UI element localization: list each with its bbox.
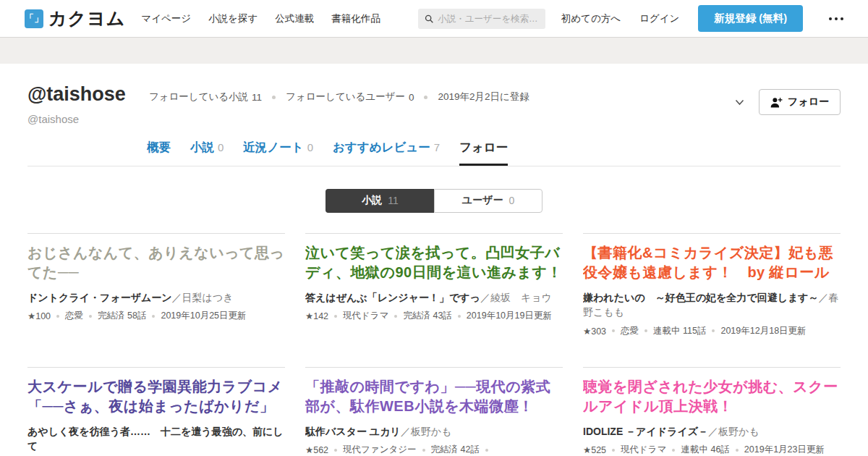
meta-item: 2019年10月25日更新 <box>146 310 246 322</box>
novel-subtitle-link[interactable]: 駄作バスター ユカリ <box>305 426 401 437</box>
follow-button[interactable]: フォロー <box>759 89 841 115</box>
tab-news-notes[interactable]: 近況ノート0 <box>243 140 313 166</box>
profile-header: @taishose @taishose フォローしている小説 11 フォローして… <box>27 64 841 125</box>
meta-item: 現代ドラマ <box>606 444 666 456</box>
novel-author-link[interactable]: ／綾坂 キョウ <box>480 292 552 303</box>
nav-published-works[interactable]: 書籍化作品 <box>331 12 380 25</box>
meta-item: 連載中 115話 <box>639 325 706 337</box>
novel-card: 聴覚を閉ざされた少女が挑む、スクールアイドル頂上決戦！ IDOLIZE －アイド… <box>583 367 841 456</box>
novel-meta: ★100恋愛完結済 58話2019年10月25日更新 <box>27 310 285 322</box>
meta-item: 2019年10月19日更新 <box>452 310 552 322</box>
main-nav: マイページ 小説を探す 公式連載 書籍化作品 <box>141 12 380 25</box>
segment-novels[interactable]: 小説 11 <box>326 189 434 213</box>
kakuyomu-logo-text: カクヨム <box>48 7 125 30</box>
followed-novels-grid: おじさんなんて、ありえないって思ってた── ドントクライ・フォーザムーン／日梨は… <box>27 233 841 456</box>
segmented-control: 小説 11 ユーザー 0 <box>27 189 841 213</box>
stat-following-users[interactable]: フォローしているユーザー 0 <box>262 90 414 104</box>
novel-card: 【書籍化&コミカライズ決定】妃も悪役令嬢も遠慮します！ by 縦ロール 嫌われた… <box>583 233 841 367</box>
follow-button-label: フォロー <box>788 96 829 109</box>
meta-item: 完結済 58話 <box>83 310 146 322</box>
meta-item: ★562 <box>305 444 328 455</box>
nav-find-novels[interactable]: 小説を探す <box>208 12 258 25</box>
novel-subtitle-link[interactable]: あやしく夜を彷徨う者…… 十二を遣う最強の、前にして <box>27 426 284 452</box>
novel-title-link[interactable]: 【書籍化&コミカライズ決定】妃も悪役令嬢も遠慮します！ by 縦ロール <box>583 243 841 282</box>
stat-following-novels[interactable]: フォローしている小説 11 <box>149 90 262 104</box>
profile-display-name: @taishose <box>27 84 126 106</box>
meta-item: 連載中 46話 <box>666 444 729 456</box>
person-add-icon <box>770 97 783 108</box>
novel-title-link[interactable]: 大スケールで贈る学園異能力ラブコメ 「──さぁ、夜は始まったばかりだ」 <box>27 377 285 416</box>
novel-card: おじさんなんて、ありえないって思ってた── ドントクライ・フォーザムーン／日梨は… <box>27 233 285 367</box>
search-box <box>418 9 545 29</box>
novel-meta: ★562現代ファンタジー完結済 42話 <box>305 444 563 456</box>
tab-overview[interactable]: 概要 <box>147 140 171 166</box>
novel-author-link[interactable]: ／日梨はつき <box>172 292 234 303</box>
profile-menu-chevron[interactable] <box>732 94 747 111</box>
first-time-link[interactable]: 初めての方へ <box>561 12 621 25</box>
novel-meta: ★142現代ドラマ完結済 43話2019年10月19日更新 <box>305 310 563 322</box>
kakuyomu-logo-icon: 「」 <box>25 9 43 28</box>
search-icon <box>425 14 433 24</box>
signup-button[interactable]: 新規登録 (無料) <box>698 5 803 32</box>
novel-subtitle-link[interactable]: ドントクライ・フォーザムーン <box>27 292 172 303</box>
tab-recommended-reviews[interactable]: おすすめレビュー7 <box>333 140 440 166</box>
novel-subtitle-link[interactable]: 答えはぜんぶ「レンジャー！」ですっ <box>305 292 480 303</box>
profile-tabs: 概要 小説0 近況ノート0 おすすめレビュー7 フォロー <box>27 140 841 166</box>
guest-nav: 初めての方へ ログイン 新規登録 (無料) <box>561 5 846 32</box>
profile-stats: フォローしている小説 11 フォローしているユーザー 0 2019年2月2日に登… <box>149 84 529 104</box>
meta-item: 現代ドラマ <box>328 310 388 322</box>
segment-users[interactable]: ユーザー 0 <box>434 189 542 213</box>
novel-meta: ★525現代ドラマ連載中 46話2019年1月23日更新 <box>583 444 841 456</box>
meta-item: 完結済 42話 <box>417 444 480 456</box>
meta-item <box>480 449 494 452</box>
novel-title-link[interactable]: おじさんなんて、ありえないって思ってた── <box>27 243 285 282</box>
kakuyomu-logo[interactable]: 「」 カクヨム <box>25 7 125 30</box>
profile-handle: @taishose <box>27 113 126 125</box>
stat-registered-date: 2019年2月2日に登録 <box>414 90 529 104</box>
meta-item: ★303 <box>583 326 606 337</box>
meta-item: 現代ファンタジー <box>328 444 416 456</box>
novel-meta: ★303恋愛連載中 115話2019年12月18日更新 <box>583 325 841 337</box>
meta-item: ★142 <box>305 311 328 321</box>
chevron-down-icon <box>735 99 744 106</box>
novel-title-link[interactable]: 「推敲の時間ですわ」──現代の紫式部が、駄作WEB小説を木端微塵！ <box>305 377 563 416</box>
search-input[interactable] <box>438 14 539 24</box>
meta-item: 恋愛 <box>606 325 639 337</box>
tab-follow[interactable]: フォロー <box>459 140 508 166</box>
novel-title-link[interactable]: 泣いて笑って涙を拭って。凸凹女子バディ、地獄の90日間を這い進みます！ <box>305 243 563 282</box>
profile-header-band <box>0 38 868 64</box>
novel-card: 「推敲の時間ですわ」──現代の紫式部が、駄作WEB小説を木端微塵！ 駄作バスター… <box>305 367 563 456</box>
novel-title-link[interactable]: 聴覚を閉ざされた少女が挑む、スクールアイドル頂上決戦！ <box>583 377 841 416</box>
more-menu-button[interactable] <box>826 13 846 25</box>
novel-subtitle-link[interactable]: 嫌われたいの ～好色王の妃を全力で回避します～ <box>583 292 819 303</box>
ellipsis-icon <box>829 17 832 20</box>
meta-item: 2019年12月18日更新 <box>706 325 806 337</box>
novel-card: 大スケールで贈る学園異能力ラブコメ 「──さぁ、夜は始まったばかりだ」 あやしく… <box>27 367 285 456</box>
meta-item: 完結済 43話 <box>388 310 451 322</box>
nav-mypage[interactable]: マイページ <box>141 12 191 25</box>
nav-official-serials[interactable]: 公式連載 <box>275 12 314 25</box>
top-navigation-bar: 「」 カクヨム マイページ 小説を探す 公式連載 書籍化作品 初めての方へ ログ… <box>0 0 868 38</box>
tab-novels[interactable]: 小説0 <box>190 140 224 166</box>
novel-card: 泣いて笑って涙を拭って。凸凹女子バディ、地獄の90日間を這い進みます！ 答えはぜ… <box>305 233 563 367</box>
meta-item: 恋愛 <box>51 310 83 322</box>
login-link[interactable]: ログイン <box>639 12 679 25</box>
meta-item: ★100 <box>27 311 51 321</box>
meta-item: 2019年1月23日更新 <box>730 444 825 456</box>
novel-author-link[interactable]: ／板野かも <box>708 426 760 437</box>
meta-item: ★525 <box>583 444 606 455</box>
novel-author-link[interactable]: ／板野かも <box>401 426 452 437</box>
novel-subtitle-link[interactable]: IDOLIZE －アイドライズ－ <box>583 426 708 437</box>
